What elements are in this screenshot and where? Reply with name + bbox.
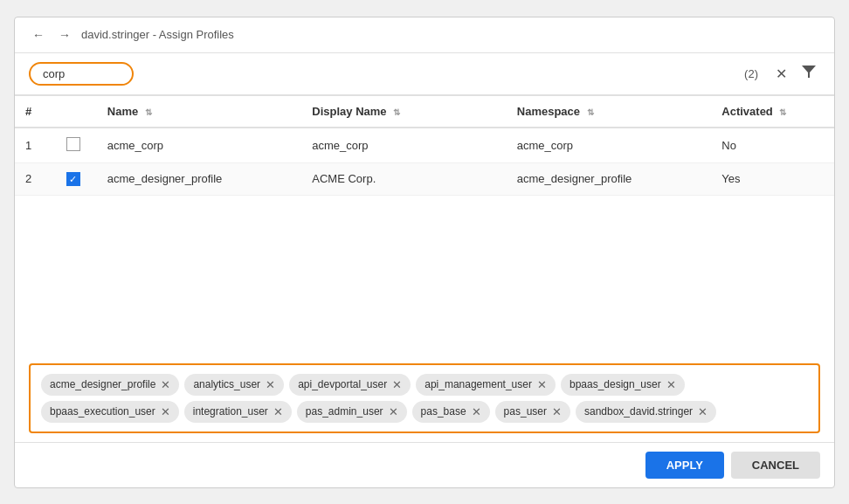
tag-label: pas_user: [504, 405, 547, 418]
selected-tag: bpaas_execution_user✕: [41, 401, 179, 423]
selected-tag: pas_admin_user✕: [297, 401, 407, 423]
back-button[interactable]: ←: [29, 26, 48, 44]
tag-remove-button[interactable]: ✕: [161, 379, 170, 390]
col-header-namespace[interactable]: Namespace ⇅: [507, 96, 712, 128]
profiles-table: # Name ⇅ Display Name ⇅ Namespace ⇅ Acti…: [15, 96, 834, 197]
tag-label: analytics_user: [193, 378, 260, 390]
tag-label: bpaas_design_user: [569, 378, 661, 390]
dialog-footer: APPLY CANCEL: [15, 442, 834, 487]
row-display-name: acme_corp: [301, 128, 507, 163]
search-input-wrapper: [29, 62, 737, 86]
selected-tag: acme_designer_profile✕: [41, 374, 179, 396]
tag-label: pas_admin_user: [306, 405, 383, 418]
row-num: 2: [15, 162, 56, 196]
table-row: 2✓acme_designer_profileACME Corp.acme_de…: [15, 162, 834, 196]
tag-remove-button[interactable]: ✕: [666, 379, 676, 390]
selected-tag: sandbox_david.stringer✕: [576, 401, 716, 423]
row-activated: Yes: [711, 162, 834, 196]
row-checkbox-cell[interactable]: ✓: [56, 162, 97, 196]
col-header-activated[interactable]: Activated ⇅: [711, 96, 834, 128]
row-namespace: acme_designer_profile: [507, 162, 712, 196]
tag-remove-button[interactable]: ✕: [537, 379, 547, 390]
row-checkbox-cell[interactable]: [56, 128, 97, 163]
namespace-sort-icon: ⇅: [587, 107, 594, 117]
checkbox-unchecked[interactable]: [66, 137, 80, 151]
col-header-check: [56, 96, 97, 128]
profiles-table-container: # Name ⇅ Display Name ⇅ Namespace ⇅ Acti…: [15, 96, 834, 355]
selected-tag: api_management_user✕: [416, 374, 556, 396]
col-header-display-name[interactable]: Display Name ⇅: [301, 96, 507, 128]
tag-remove-button[interactable]: ✕: [472, 406, 481, 418]
tag-label: api_management_user: [424, 378, 532, 390]
apply-button[interactable]: APPLY: [645, 452, 724, 479]
activated-sort-icon: ⇅: [779, 107, 786, 117]
table-body: 1acme_corpacme_corpacme_corpNo2✓acme_des…: [15, 128, 834, 196]
tag-remove-button[interactable]: ✕: [266, 379, 275, 390]
row-activated: No: [711, 128, 834, 163]
tag-label: bpaas_execution_user: [50, 405, 155, 418]
dialog-title: david.stringer - Assign Profiles: [81, 28, 234, 41]
tag-label: api_devportal_user: [298, 378, 387, 390]
search-bar: (2) ✕: [15, 53, 834, 96]
table-row: 1acme_corpacme_corpacme_corpNo: [15, 128, 834, 163]
tag-remove-button[interactable]: ✕: [552, 406, 562, 418]
tag-label: acme_designer_profile: [50, 378, 155, 390]
selected-tag: pas_base✕: [412, 401, 490, 423]
assign-profiles-dialog: ← → david.stringer - Assign Profiles (2)…: [14, 17, 835, 488]
tag-remove-button[interactable]: ✕: [698, 406, 708, 418]
selected-tag: analytics_user✕: [184, 374, 284, 396]
tag-label: pas_base: [421, 405, 466, 418]
tag-remove-button[interactable]: ✕: [389, 406, 398, 418]
table-header-row: # Name ⇅ Display Name ⇅ Namespace ⇅ Acti…: [15, 96, 834, 128]
row-namespace: acme_corp: [507, 128, 712, 163]
selected-tag: pas_user✕: [495, 401, 570, 423]
tag-label: sandbox_david.stringer: [584, 405, 693, 418]
dialog-header: ← → david.stringer - Assign Profiles: [15, 17, 834, 53]
filter-button[interactable]: [797, 62, 820, 85]
tag-label: integration_user: [193, 405, 268, 418]
result-count: (2): [744, 67, 758, 80]
search-input[interactable]: [29, 62, 134, 86]
name-sort-icon: ⇅: [145, 107, 152, 117]
forward-button[interactable]: →: [55, 26, 74, 44]
row-display-name: ACME Corp.: [301, 162, 507, 196]
col-header-num: #: [15, 96, 56, 128]
selected-tags-area: acme_designer_profile✕analytics_user✕api…: [29, 363, 820, 433]
selected-tag: integration_user✕: [184, 401, 292, 423]
tag-remove-button[interactable]: ✕: [392, 379, 402, 390]
clear-search-button[interactable]: ✕: [772, 64, 790, 84]
row-num: 1: [15, 128, 56, 163]
checkbox-checked[interactable]: ✓: [66, 172, 80, 186]
row-name: acme_designer_profile: [97, 162, 302, 196]
svg-marker-0: [802, 66, 816, 78]
selected-tag: api_devportal_user✕: [289, 374, 411, 396]
cancel-button[interactable]: CANCEL: [731, 452, 820, 479]
col-header-name[interactable]: Name ⇅: [97, 96, 302, 128]
tag-remove-button[interactable]: ✕: [161, 406, 170, 418]
display-sort-icon: ⇅: [393, 107, 400, 117]
selected-tag: bpaas_design_user✕: [561, 374, 685, 396]
tag-remove-button[interactable]: ✕: [273, 406, 283, 418]
row-name: acme_corp: [97, 128, 302, 163]
